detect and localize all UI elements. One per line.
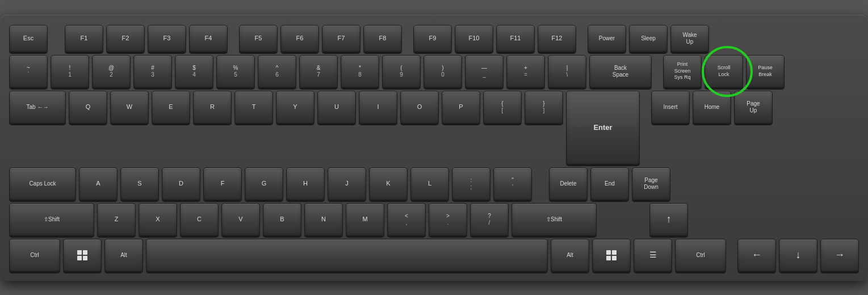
key-left-win[interactable] — [63, 239, 102, 272]
function-row: Esc F1 F2 F3 F4 F5 F6 F7 F8 F9 F10 F11 F… — [9, 25, 859, 52]
key-power[interactable]: Power — [588, 25, 626, 52]
key-f2[interactable]: F2 — [106, 25, 145, 52]
key-o[interactable]: O — [400, 91, 439, 124]
key-6[interactable]: ^ 6 — [258, 55, 296, 88]
key-t[interactable]: T — [234, 91, 273, 124]
key-wakeup[interactable]: WakeUp — [670, 25, 709, 52]
windows-icon — [77, 250, 87, 260]
key-backslash[interactable]: | \ — [548, 55, 586, 88]
key-left[interactable]: ← — [737, 239, 776, 272]
keyboard: Esc F1 F2 F3 F4 F5 F6 F7 F8 F9 F10 F11 F… — [0, 15, 868, 281]
key-x[interactable]: X — [139, 203, 177, 236]
key-right-shift[interactable]: ⇧Shift — [511, 203, 597, 236]
key-comma[interactable]: < , — [387, 203, 426, 236]
key-0[interactable]: ) 0 — [423, 55, 462, 88]
key-f6[interactable]: F6 — [280, 25, 319, 52]
key-k[interactable]: K — [369, 167, 408, 200]
key-equals[interactable]: + = — [506, 55, 545, 88]
key-f9[interactable]: F9 — [413, 25, 452, 52]
key-f10[interactable]: F10 — [455, 25, 493, 52]
key-pagedown[interactable]: PageDown — [632, 167, 670, 200]
key-f7[interactable]: F7 — [322, 25, 360, 52]
key-r[interactable]: R — [193, 91, 232, 124]
key-9[interactable]: ( 9 — [382, 55, 421, 88]
key-f3[interactable]: F3 — [148, 25, 186, 52]
key-left-shift[interactable]: ⇧Shift — [9, 203, 94, 236]
key-f12[interactable]: F12 — [538, 25, 576, 52]
key-end[interactable]: End — [590, 167, 629, 200]
key-right-win[interactable] — [592, 239, 631, 272]
key-esc[interactable]: Esc — [9, 25, 48, 52]
key-a[interactable]: A — [79, 167, 118, 200]
key-d[interactable]: D — [162, 167, 200, 200]
key-tilde[interactable]: ~ ` — [9, 55, 48, 88]
number-row: ~ ` ! 1 @ 2 # 3 $ 4 % 5 ^ 6 & 7 — [9, 55, 859, 88]
key-scroll-lock[interactable]: ScrollLock — [705, 55, 743, 88]
key-quote[interactable]: " ' — [493, 167, 532, 200]
key-insert[interactable]: Insert — [651, 91, 690, 124]
key-pause[interactable]: PauseBreak — [746, 55, 785, 88]
key-right[interactable]: → — [820, 239, 859, 272]
key-m[interactable]: M — [346, 203, 384, 236]
key-8[interactable]: * 8 — [341, 55, 379, 88]
key-i[interactable]: I — [359, 91, 397, 124]
key-f5[interactable]: F5 — [239, 25, 278, 52]
key-j[interactable]: J — [328, 167, 366, 200]
key-left-alt[interactable]: Alt — [104, 239, 143, 272]
key-pageup[interactable]: PageUp — [734, 91, 773, 124]
key-f11[interactable]: F11 — [496, 25, 535, 52]
key-z[interactable]: Z — [97, 203, 136, 236]
key-space[interactable] — [146, 239, 548, 272]
key-h[interactable]: H — [286, 167, 325, 200]
key-slash[interactable]: ? / — [470, 203, 509, 236]
key-2[interactable]: @ 2 — [92, 55, 131, 88]
key-tab[interactable]: Tab ←→ — [9, 91, 66, 124]
key-semicolon[interactable]: : ; — [452, 167, 490, 200]
key-left-ctrl[interactable]: Ctrl — [9, 239, 60, 272]
key-up[interactable]: ↑ — [649, 203, 688, 236]
windows-icon-right — [606, 250, 617, 260]
asdf-row: Caps Lock A S D F G H J K L : ; " ' Dele… — [9, 167, 859, 200]
key-5[interactable]: % 5 — [216, 55, 255, 88]
key-n[interactable]: N — [304, 203, 343, 236]
key-v[interactable]: V — [221, 203, 260, 236]
key-b[interactable]: B — [263, 203, 301, 236]
key-backspace[interactable]: BackSpace — [589, 55, 652, 88]
key-u[interactable]: U — [317, 91, 356, 124]
key-minus[interactable]: — _ — [465, 55, 504, 88]
key-w[interactable]: W — [110, 91, 149, 124]
zxcv-row: ⇧Shift Z X C V B N M < , > . ? / ⇧Shift … — [9, 203, 859, 236]
key-open-bracket[interactable]: { [ — [483, 91, 522, 124]
key-f4[interactable]: F4 — [189, 25, 228, 52]
key-enter[interactable]: Enter — [566, 91, 640, 165]
key-4[interactable]: $ 4 — [175, 55, 213, 88]
key-menu[interactable]: ☰ — [634, 239, 672, 272]
key-s[interactable]: S — [120, 167, 159, 200]
key-c[interactable]: C — [180, 203, 219, 236]
bottom-row: Ctrl Alt Alt ☰ Ctrl ← ↓ → — [9, 239, 859, 272]
key-1[interactable]: ! 1 — [51, 55, 89, 88]
key-f8[interactable]: F8 — [363, 25, 402, 52]
key-f1[interactable]: F1 — [65, 25, 103, 52]
key-l[interactable]: L — [410, 167, 449, 200]
key-period[interactable]: > . — [429, 203, 467, 236]
key-right-alt[interactable]: Alt — [551, 239, 589, 272]
key-print-screen[interactable]: PrintScreenSys Rq — [663, 55, 702, 88]
key-right-ctrl[interactable]: Ctrl — [675, 239, 726, 272]
key-p[interactable]: P — [442, 91, 480, 124]
key-f[interactable]: F — [203, 167, 242, 200]
key-delete[interactable]: Delete — [549, 167, 588, 200]
key-g[interactable]: G — [245, 167, 283, 200]
key-caps-lock[interactable]: Caps Lock — [9, 167, 76, 200]
key-down[interactable]: ↓ — [779, 239, 817, 272]
key-y[interactable]: Y — [276, 91, 315, 124]
qwerty-row: Tab ←→ Q W E R T Y U I O P { [ } ] Enter… — [9, 91, 859, 165]
key-sleep[interactable]: Sleep — [629, 25, 668, 52]
key-home[interactable]: Home — [693, 91, 731, 124]
key-e[interactable]: E — [152, 91, 190, 124]
key-7[interactable]: & 7 — [299, 55, 338, 88]
key-close-bracket[interactable]: } ] — [525, 91, 563, 124]
key-3[interactable]: # 3 — [133, 55, 172, 88]
key-q[interactable]: Q — [69, 91, 107, 124]
